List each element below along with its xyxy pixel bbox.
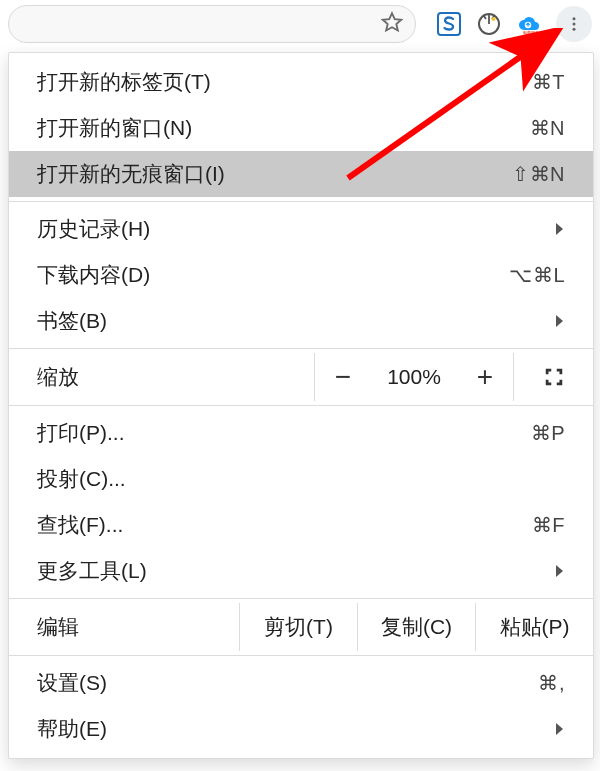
menu-help-label: 帮助(E) [37, 715, 545, 743]
menu-separator [9, 348, 593, 349]
menu-history-label: 历史记录(H) [37, 215, 545, 243]
menu-new-window[interactable]: 打开新的窗口(N) ⌘N [9, 105, 593, 151]
menu-new-window-shortcut: ⌘N [530, 116, 565, 140]
menu-edit-row: 编辑 剪切(T) 复制(C) 粘贴(P) [9, 603, 593, 651]
menu-more-tools[interactable]: 更多工具(L) [9, 548, 593, 594]
bookmark-star-icon[interactable] [381, 11, 403, 38]
menu-history[interactable]: 历史记录(H) [9, 206, 593, 252]
fullscreen-icon [543, 366, 565, 388]
menu-separator [9, 655, 593, 656]
menu-downloads[interactable]: 下载内容(D) ⌥⌘L [9, 252, 593, 298]
menu-separator [9, 598, 593, 599]
extension-mouse-icon[interactable] [476, 11, 502, 37]
menu-find-label: 查找(F)... [37, 511, 532, 539]
chevron-right-icon [555, 559, 565, 583]
chevron-right-icon [555, 217, 565, 241]
menu-separator [9, 201, 593, 202]
extension-cloud-icon[interactable]: 电商SEO [516, 11, 542, 37]
svg-point-7 [573, 28, 576, 31]
chrome-main-menu: 打开新的标签页(T) ⌘T 打开新的窗口(N) ⌘N 打开新的无痕窗口(I) ⇧… [8, 52, 594, 759]
omnibox[interactable] [8, 5, 416, 43]
svg-point-2 [492, 17, 496, 21]
menu-print-label: 打印(P)... [37, 419, 531, 447]
svg-point-5 [573, 17, 576, 20]
menu-find[interactable]: 查找(F)... ⌘F [9, 502, 593, 548]
menu-cast-label: 投射(C)... [37, 465, 565, 493]
zoom-value: 100% [371, 353, 457, 401]
edit-copy-button[interactable]: 复制(C) [357, 603, 475, 651]
menu-print[interactable]: 打印(P)... ⌘P [9, 410, 593, 456]
menu-new-incognito[interactable]: 打开新的无痕窗口(I) ⇧⌘N [9, 151, 593, 197]
menu-bookmarks[interactable]: 书签(B) [9, 298, 593, 344]
menu-more-tools-label: 更多工具(L) [37, 557, 545, 585]
menu-downloads-label: 下载内容(D) [37, 261, 509, 289]
menu-find-shortcut: ⌘F [532, 513, 565, 537]
menu-print-shortcut: ⌘P [531, 421, 565, 445]
chevron-right-icon [555, 717, 565, 741]
menu-new-tab-shortcut: ⌘T [532, 70, 565, 94]
menu-separator [9, 405, 593, 406]
edit-paste-button[interactable]: 粘贴(P) [475, 603, 593, 651]
menu-downloads-shortcut: ⌥⌘L [509, 263, 565, 287]
more-menu-button[interactable] [556, 6, 592, 42]
browser-toolbar: 电商SEO [0, 0, 600, 48]
edit-cut-button[interactable]: 剪切(T) [239, 603, 357, 651]
menu-new-window-label: 打开新的窗口(N) [37, 114, 530, 142]
svg-point-6 [573, 23, 576, 26]
menu-new-tab-label: 打开新的标签页(T) [37, 68, 532, 96]
menu-settings-shortcut: ⌘, [538, 671, 565, 695]
menu-settings-label: 设置(S) [37, 669, 538, 697]
extension-s-icon[interactable] [436, 11, 462, 37]
fullscreen-button[interactable] [513, 353, 593, 401]
menu-new-incognito-label: 打开新的无痕窗口(I) [37, 160, 512, 188]
zoom-in-button[interactable]: + [457, 353, 513, 401]
menu-zoom-row: 缩放 − 100% + [9, 353, 593, 401]
menu-new-incognito-shortcut: ⇧⌘N [512, 162, 565, 186]
menu-edit-label: 编辑 [9, 603, 239, 651]
menu-new-tab[interactable]: 打开新的标签页(T) ⌘T [9, 59, 593, 105]
menu-zoom-label: 缩放 [9, 353, 315, 401]
svg-text:电商SEO: 电商SEO [523, 30, 539, 35]
menu-help[interactable]: 帮助(E) [9, 706, 593, 752]
menu-settings[interactable]: 设置(S) ⌘, [9, 660, 593, 706]
menu-cast[interactable]: 投射(C)... [9, 456, 593, 502]
zoom-out-button[interactable]: − [315, 353, 371, 401]
menu-bookmarks-label: 书签(B) [37, 307, 545, 335]
chevron-right-icon [555, 309, 565, 333]
